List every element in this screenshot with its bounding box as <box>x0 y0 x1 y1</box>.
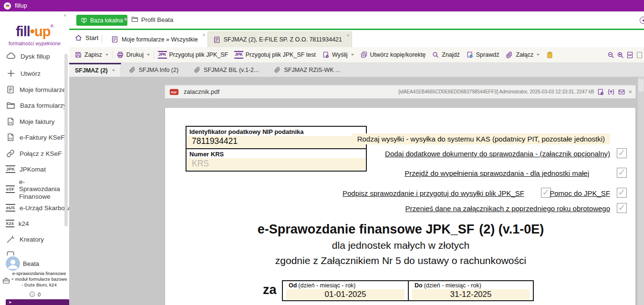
export-attachment-icon[interactable] <box>597 88 604 96</box>
copy-correction-button[interactable]: Utwórz kopię/korektę <box>360 51 426 59</box>
date-to-input[interactable]: 31-12-2025 <box>412 289 530 300</box>
header-partial-icon[interactable] <box>640 17 644 24</box>
form-title-version: (2) (v.1-0E) <box>479 222 544 236</box>
brand-up: up <box>34 24 50 39</box>
tab-moje-formularze[interactable]: Moje formularze » Wszystkie × <box>106 31 208 47</box>
database-button[interactable]: Baza lokalna <box>76 15 127 26</box>
checkbox-transfer-data[interactable]: ✓ <box>617 203 627 213</box>
checkbox-add-documents[interactable]: ✓ <box>617 148 627 158</box>
paperclip-icon <box>194 66 201 73</box>
subtab-sfjmaz-rzis[interactable]: SFJMAZ RZiS-WK ... <box>266 63 348 77</box>
chevron-down-icon[interactable] <box>351 54 354 56</box>
subtab-sfjmaz-bil[interactable]: SFJMAZ BIL (v.1-2... <box>186 63 266 77</box>
close-attachment-icon[interactable]: × <box>628 89 632 95</box>
upload-attachment-icon[interactable] <box>607 88 615 96</box>
arrow-icon: ➤ <box>9 300 12 305</box>
print-button[interactable]: Drukuj <box>116 51 150 59</box>
sidebar-item-dysk-fillup[interactable]: Dysk fillup <box>6 50 50 62</box>
chevron-down-icon[interactable] <box>537 54 540 56</box>
invoice-icon: FV <box>6 132 15 142</box>
form-page: Identyfikator podatkowy NIP podatnika 78… <box>165 107 636 305</box>
verify-icon <box>466 51 474 59</box>
fit-width-icon[interactable] <box>626 51 634 59</box>
date-to-label: Do <box>415 282 423 289</box>
sidebar-collapse-icon[interactable]: ◄ <box>62 13 67 18</box>
attachment-filename[interactable]: zalacznik.pdf <box>184 88 219 95</box>
document-scrollbar[interactable] <box>638 77 644 305</box>
copy-correction-label: Utwórz kopię/korektę <box>370 51 426 58</box>
link-add-documents[interactable]: Dodaj dodatkowe dokumenty do sprawozdani… <box>385 150 610 158</box>
zoom-out-icon[interactable] <box>607 51 615 59</box>
date-from-input[interactable]: 01-01-2025 <box>286 289 405 300</box>
brand-fill: fill <box>16 24 30 39</box>
tab-label: Moje formularze » Wszystkie <box>122 36 198 43</box>
search-icon <box>432 51 439 59</box>
chevron-down-icon[interactable] <box>147 54 150 56</box>
view-controls <box>607 47 644 62</box>
chevron-down-icon[interactable] <box>105 54 108 56</box>
sidebar-item-label: Kreatory <box>20 236 44 243</box>
sidebar-item-polacz-ksef[interactable]: Połącz z KSeF <box>6 147 62 160</box>
sidebar-scrollbar[interactable] <box>64 54 68 226</box>
send-type-note: Rodzaj wysyłki - wysyłka do systemu KAS … <box>352 133 610 144</box>
tab-start[interactable]: Start <box>74 34 98 42</box>
close-icon[interactable]: × <box>347 32 350 38</box>
find-button[interactable]: Znajdź <box>432 51 460 59</box>
mail-attachment-icon[interactable] <box>618 88 625 96</box>
sidebar-item-moje-faktury[interactable]: FV Moje faktury <box>6 115 55 128</box>
nip-input[interactable]: 7811934421 <box>187 136 365 148</box>
link-sign-report[interactable]: Podpisz sprawozdanie i przygotuj do wysy… <box>343 189 524 197</box>
clipboard-button[interactable] <box>546 51 554 59</box>
check-icon: ✓ <box>618 203 626 212</box>
close-icon[interactable]: × <box>202 32 205 38</box>
scrollbar-button[interactable] <box>638 79 644 92</box>
link-fill-report[interactable]: Przejdź do wypełnienia sprawozdania - dl… <box>405 169 589 177</box>
save-button[interactable]: Zapisz <box>74 51 108 59</box>
form-subtitle-2: zgodnie z Załącznikiem Nr 5 do ustawy o … <box>165 255 636 266</box>
attachment-actions: [idAEA41EB4665CD0E6EDD6B3798544EFF3] Adm… <box>398 88 632 96</box>
link-help-jpk[interactable]: Pomoc do JPK_SF <box>550 189 610 197</box>
nip-field: Identyfikator podatkowy NIP podatnika 78… <box>187 127 366 148</box>
toolbar-separator <box>112 51 113 59</box>
checkbox-help-jpk[interactable]: ✓ <box>617 188 627 198</box>
database-header-row: Baza lokalna ▶ Profil Beata <box>69 11 644 29</box>
svg-text:s: s <box>31 293 33 296</box>
avatar[interactable] <box>6 256 20 271</box>
subtab-sfjma-info[interactable]: SFJMA Info (2) <box>121 63 186 77</box>
license-line: + moduł formularze bazowe <box>10 276 68 282</box>
sidebar-item-label: e-Faktury KSeF <box>20 134 65 141</box>
attach-button[interactable]: Załącz <box>505 51 540 59</box>
prepare-jpk-test-button[interactable]: JPK Przygotuj plik JPK_SF test <box>234 51 316 58</box>
plus-icon <box>6 68 16 79</box>
chevron-down-icon[interactable] <box>112 70 115 71</box>
sidebar-item-utworz[interactable]: Utwórz <box>6 67 41 80</box>
subtab-sfjmaz[interactable]: SFJMAZ (2) <box>69 63 121 77</box>
brand-dot: • <box>30 24 34 39</box>
tab-sfjmaz-active[interactable]: SFJMAZ (2), E-FILE SP. Z O.O. 7811934421… <box>208 31 352 47</box>
brand-logo: fill•up® <box>0 24 69 40</box>
sidebar-item-eurzad-skarbowy[interactable]: eUS e-Urząd Skarbowy <box>6 202 73 214</box>
invoice-icon: FV <box>6 117 15 126</box>
check-icon: ✓ <box>618 188 626 197</box>
sidebar-item-k24[interactable]: k24 k24 <box>6 217 29 230</box>
fit-page-icon[interactable] <box>635 51 644 59</box>
jpk-badge-icon: JPK <box>234 51 243 58</box>
verify-button[interactable]: Sprawdź <box>466 51 499 59</box>
krs-input[interactable]: KRS <box>187 158 365 170</box>
sidebar-item-kreatory[interactable]: Kreatory <box>6 233 44 245</box>
link-transfer-data[interactable]: Przenieś dane na załącznikach z poprzedn… <box>405 204 610 213</box>
form-title-main: e-Sprawozdanie finansowe JPK_SF <box>258 222 475 236</box>
period-prefix: za <box>263 283 277 297</box>
breadcrumb-profile[interactable]: Profil Beata <box>141 16 173 23</box>
send-button[interactable]: Wyślij <box>322 51 354 59</box>
sidebar-bottom-button[interactable]: ➤ <box>6 299 69 305</box>
checkbox-fill-report[interactable]: ✓ <box>617 168 627 178</box>
prepare-jpk-button[interactable]: JPK Przygotuj plik JPK_SF <box>158 51 228 58</box>
document-viewport: PDF zalacznik.pdf [idAEA41EB4665CD0E6EDD… <box>69 77 644 305</box>
sidebar-item-esprawozdania[interactable]: eSF e-Sprawozdania Finansowe <box>6 179 65 199</box>
zoom-in-icon[interactable] <box>616 51 624 59</box>
sidebar-item-baza-formularzy[interactable]: Baza formularzy <box>6 99 67 112</box>
sidebar-item-moje-formularze[interactable]: Moje formularze <box>6 83 66 96</box>
sidebar-item-efaktury-ksef[interactable]: FV e-Faktury KSeF <box>6 131 65 143</box>
sidebar-item-jpkomat[interactable]: JPK JPKomat <box>6 163 46 175</box>
